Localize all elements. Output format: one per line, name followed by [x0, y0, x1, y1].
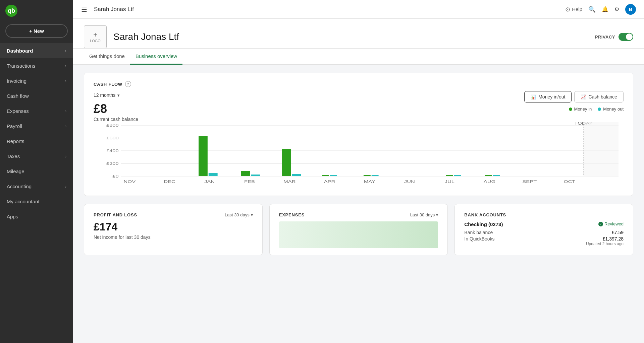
bar-mar-in — [282, 149, 291, 176]
legend-out-label: Money out — [603, 107, 624, 112]
sidebar-item-label: Accounting — [7, 184, 32, 189]
svg-text:APR: APR — [324, 180, 335, 184]
updated-text: Updated 2 hours ago — [586, 242, 624, 246]
reviewed-dot-icon — [598, 222, 603, 226]
sidebar-item-label: Dashboard — [7, 48, 33, 54]
sidebar-item-label: My accountant — [7, 199, 40, 204]
svg-text:£0: £0 — [112, 174, 119, 179]
expenses-period-selector[interactable]: Last 30 days ▾ — [410, 212, 438, 217]
bar-apr-out — [330, 175, 337, 176]
bar-aug-in — [485, 175, 492, 176]
sidebar-item-apps[interactable]: Apps — [0, 209, 73, 224]
cashflow-chart: £800 £600 £400 £200 £0 TODAY — [94, 122, 624, 189]
privacy-toggle-area: PRIVACY — [595, 33, 633, 41]
dropdown-arrow-icon: ▾ — [436, 213, 438, 217]
chevron-icon: › — [65, 124, 66, 129]
expenses-header: EXPENSES Last 30 days ▾ — [279, 212, 438, 217]
chevron-icon: › — [65, 184, 66, 189]
svg-text:SEPT: SEPT — [522, 180, 537, 184]
svg-text:OCT: OCT — [564, 180, 576, 184]
cashflow-card-title: CASH FLOW ? — [94, 81, 624, 87]
bar-aug-out — [493, 175, 500, 176]
pnl-title: PROFIT AND LOSS — [94, 212, 137, 217]
logo-text: LOGO — [90, 39, 101, 43]
bank-account-row: Checking (0273) Reviewed — [464, 221, 624, 227]
quickbooks-logo-icon: qb — [5, 5, 17, 17]
sidebar-item-transactions[interactable]: Transactions › — [0, 58, 73, 73]
expenses-chart — [279, 221, 438, 248]
sidebar-item-label: Apps — [7, 214, 18, 219]
sidebar-item-label: Taxes — [7, 153, 20, 159]
bar-jul-in — [446, 175, 453, 176]
sidebar-item-expenses[interactable]: Expenses › — [0, 104, 73, 119]
new-button[interactable]: + New — [5, 24, 68, 38]
topbar: ☰ Sarah Jonas Ltf ⊙ Help 🔍 🔔 ⚙ B — [73, 0, 644, 19]
sidebar-logo-area: qb — [0, 0, 73, 21]
company-logo-upload[interactable]: + LOGO — [84, 25, 107, 48]
sidebar-item-myaccountant[interactable]: My accountant — [0, 194, 73, 209]
line-chart-icon: 📈 — [581, 94, 586, 99]
cash-balance-amount: £8 — [94, 102, 138, 116]
svg-text:qb: qb — [8, 7, 15, 14]
bank-accounts-title: BANK ACCOUNTS — [464, 212, 624, 217]
sidebar-item-reports[interactable]: Reports — [0, 134, 73, 149]
pnl-amount: £174 — [94, 221, 253, 233]
svg-text:FEB: FEB — [244, 180, 255, 184]
bank-balance-bank: Bank balance £7.59 — [464, 230, 624, 235]
bar-jul-out — [454, 175, 461, 176]
cashflow-help-icon[interactable]: ? — [125, 81, 131, 87]
notification-icon[interactable]: 🔔 — [602, 6, 608, 12]
cashflow-chart-svg: £800 £600 £400 £200 £0 TODAY — [94, 122, 624, 189]
chevron-icon: › — [65, 64, 66, 68]
topbar-right: ⊙ Help 🔍 🔔 ⚙ B — [565, 4, 636, 15]
cashflow-card: CASH FLOW ? 12 months ▾ £8 Current cash … — [84, 73, 633, 196]
chevron-icon: › — [65, 154, 66, 159]
money-inout-button[interactable]: 📊 Money in/out — [524, 91, 572, 102]
expenses-period-label: Last 30 days — [410, 212, 435, 217]
pnl-period-label: Last 30 days — [225, 212, 250, 217]
bar-apr-in — [322, 175, 329, 176]
legend-money-out: Money out — [598, 107, 624, 112]
cash-balance-label: Current cash balance — [94, 117, 138, 122]
sidebar-item-mileage[interactable]: Mileage — [0, 164, 73, 179]
svg-text:JUL: JUL — [445, 180, 454, 184]
expenses-title: EXPENSES — [279, 212, 305, 217]
bank-balances: Bank balance £7.59 In QuickBooks £1,397.… — [464, 230, 624, 246]
help-button[interactable]: ⊙ Help — [565, 6, 582, 13]
bar-jan-out — [209, 173, 218, 176]
settings-icon[interactable]: ⚙ — [614, 6, 619, 12]
svg-text:JUN: JUN — [404, 180, 415, 184]
chart-legend: Money in Money out — [524, 107, 624, 112]
chart-controls: 📊 Money in/out 📈 Cash balance — [524, 91, 624, 102]
chevron-icon: › — [65, 109, 66, 114]
bank-balance-qb: In QuickBooks £1,397.28 Updated 2 hours … — [464, 236, 624, 246]
cash-balance-button[interactable]: 📈 Cash balance — [574, 91, 624, 102]
sidebar-item-label: Invoicing — [7, 78, 26, 84]
svg-text:MAY: MAY — [364, 180, 375, 184]
avatar[interactable]: B — [625, 4, 636, 15]
sidebar-item-accounting[interactable]: Accounting › — [0, 179, 73, 194]
sidebar-item-label: Reports — [7, 138, 24, 144]
svg-text:£600: £600 — [106, 136, 119, 140]
sidebar-item-cashflow[interactable]: Cash flow — [0, 88, 73, 104]
money-inout-label: Money in/out — [538, 94, 565, 99]
sidebar-item-payroll[interactable]: Payroll › — [0, 119, 73, 134]
tab-get-things-done[interactable]: Get things done — [84, 49, 130, 65]
sidebar-item-taxes[interactable]: Taxes › — [0, 149, 73, 164]
privacy-toggle[interactable] — [619, 33, 633, 41]
sidebar-item-invoicing[interactable]: Invoicing › — [0, 73, 73, 88]
bar-may-in — [364, 175, 371, 176]
pnl-period-selector[interactable]: Last 30 days ▾ — [225, 212, 253, 217]
bar-may-out — [372, 175, 379, 176]
sidebar-item-dashboard[interactable]: Dashboard › — [0, 43, 73, 58]
search-icon[interactable]: 🔍 — [588, 6, 596, 13]
legend-in-label: Money in — [574, 107, 592, 112]
page-body: CASH FLOW ? 12 months ▾ £8 Current cash … — [73, 65, 644, 271]
sidebar-item-label: Expenses — [7, 108, 29, 114]
hamburger-icon[interactable]: ☰ — [81, 5, 87, 13]
bar-mar-out — [292, 174, 301, 176]
tab-business-overview[interactable]: Business overview — [130, 49, 182, 65]
svg-text:£800: £800 — [106, 123, 119, 128]
svg-rect-14 — [584, 122, 619, 176]
period-selector[interactable]: 12 months ▾ — [94, 91, 120, 99]
